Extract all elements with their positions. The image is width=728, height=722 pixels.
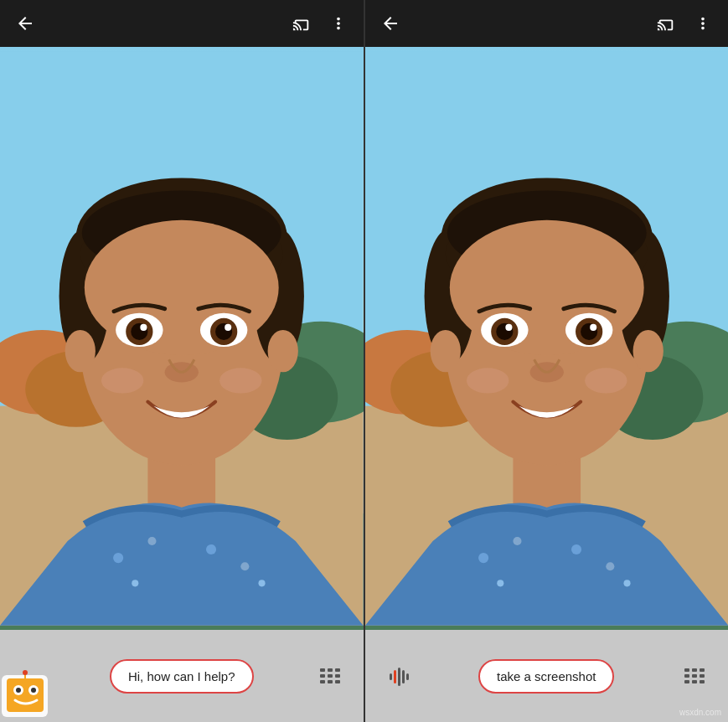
right-phone: take a screenshot <box>364 0 729 722</box>
svg-point-64 <box>497 580 503 586</box>
svg-point-56 <box>430 330 460 372</box>
svg-point-25 <box>101 368 143 393</box>
mic-icon-right[interactable] <box>382 659 416 693</box>
voice-prompt-text-left: Hi, how can I help? <box>128 669 235 683</box>
cast-button-left[interactable] <box>287 8 317 39</box>
svg-point-59 <box>585 368 627 393</box>
top-bar-left <box>0 0 364 47</box>
back-button-right[interactable] <box>375 8 405 39</box>
svg-point-57 <box>632 330 663 372</box>
voice-input-area-right[interactable]: take a screenshot <box>416 659 679 694</box>
svg-point-50 <box>505 324 512 331</box>
svg-point-13 <box>85 220 279 355</box>
svg-point-54 <box>590 324 596 331</box>
svg-point-27 <box>113 553 123 563</box>
svg-rect-68 <box>398 668 400 686</box>
svg-point-31 <box>132 580 138 586</box>
svg-point-17 <box>140 324 147 331</box>
cast-button-right[interactable] <box>651 8 681 39</box>
voice-input-area-left[interactable]: Hi, how can I help? <box>50 659 313 694</box>
svg-point-23 <box>65 330 96 372</box>
svg-point-30 <box>240 562 249 570</box>
svg-point-58 <box>466 368 508 393</box>
bottom-bar-left: Hi, how can I help? <box>0 630 364 722</box>
svg-point-61 <box>513 537 521 545</box>
svg-point-24 <box>268 330 298 372</box>
keyboard-icon-left[interactable] <box>313 659 347 693</box>
mic-icon-left <box>17 659 50 693</box>
svg-point-62 <box>571 544 581 554</box>
voice-prompt-text-right: take a screenshot <box>497 669 596 683</box>
bottom-bar-right: take a screenshot <box>365 630 729 722</box>
more-button-left[interactable] <box>323 8 354 39</box>
svg-point-46 <box>449 220 643 355</box>
svg-point-63 <box>606 562 614 570</box>
photo-area-right <box>365 47 729 630</box>
svg-point-26 <box>219 368 261 393</box>
svg-rect-70 <box>406 673 409 680</box>
top-bar-right <box>365 0 729 47</box>
svg-point-21 <box>225 324 231 331</box>
more-button-right[interactable] <box>688 8 718 39</box>
svg-point-60 <box>478 553 488 563</box>
svg-point-29 <box>206 544 216 554</box>
back-button-left[interactable] <box>10 8 40 39</box>
svg-rect-67 <box>394 670 396 683</box>
svg-point-32 <box>258 580 265 586</box>
svg-point-28 <box>147 537 156 545</box>
svg-rect-69 <box>402 670 405 683</box>
svg-point-65 <box>623 580 630 586</box>
keyboard-icon-right[interactable] <box>678 659 711 693</box>
voice-prompt-box-left[interactable]: Hi, how can I help? <box>110 659 254 694</box>
left-phone: Hi, how can I help? <box>0 0 364 722</box>
svg-rect-66 <box>390 673 392 680</box>
photo-area-left <box>0 47 364 630</box>
voice-prompt-box-right[interactable]: take a screenshot <box>478 659 614 694</box>
